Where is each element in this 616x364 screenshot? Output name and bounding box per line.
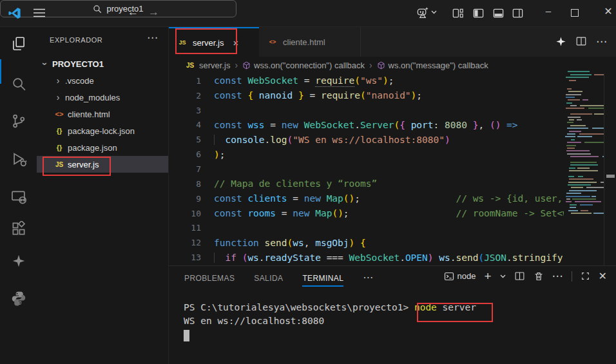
code-line[interactable]: 13 if (ws.readyState === WebSocket.OPEN)… <box>169 250 564 265</box>
more-actions-icon[interactable]: ⋯ <box>596 36 607 47</box>
code-line[interactable]: 2const { nanoid } = require("nanoid"); <box>169 88 564 103</box>
code-line[interactable]: 9const clients = new Map(); // ws -> {id… <box>169 191 564 206</box>
html-file-icon: <> <box>53 110 65 118</box>
code-text: const clients = new Map(); // ws -> {id,… <box>201 193 563 204</box>
line-number: 5 <box>169 135 201 144</box>
panel-tab-salida[interactable]: SALIDA <box>254 266 283 291</box>
activity-bar-item-copilot-chat[interactable] <box>10 252 28 270</box>
code-line[interactable]: 5 console.log("WS en ws://localhost:8080… <box>169 132 564 147</box>
window-close-button[interactable]: ✕ <box>600 5 616 17</box>
menu-icon[interactable] <box>34 8 45 17</box>
minimap-line <box>564 170 604 171</box>
code-line[interactable]: 11 <box>169 220 564 235</box>
explorer-actions-icon[interactable]: ⋯ <box>147 31 158 44</box>
search-icon <box>11 76 27 92</box>
minimap-line <box>564 156 604 157</box>
tree-root-proyecto1[interactable]: ›PROYECTO1 <box>37 55 168 72</box>
kill-terminal-icon[interactable] <box>534 271 544 282</box>
sidebar-title: EXPLORADOR <box>50 36 102 44</box>
code-text: const WebSocket = require("ws"); <box>201 75 394 86</box>
search-icon <box>93 5 102 14</box>
chevron-right-icon: › <box>53 75 63 86</box>
file-tree: ›PROYECTO1›.vscode›node_modules<>cliente… <box>37 55 168 173</box>
activity-bar-item-extensions[interactable] <box>10 220 28 238</box>
minimap-line <box>564 80 604 81</box>
code-line[interactable]: 1const WebSocket = require("ws"); <box>169 73 564 88</box>
minimap-line <box>564 168 604 169</box>
minimap-line <box>564 94 604 95</box>
file-cliente-html[interactable]: <>cliente.html <box>37 106 168 122</box>
forward-arrow-icon[interactable]: → <box>148 6 159 19</box>
terminal-output[interactable]: PS C:\tutorialesya\websockets\proyecto1>… <box>184 302 476 341</box>
tab-cliente-html[interactable]: <>cliente.html <box>259 27 361 57</box>
copilot-chat-icon <box>12 254 26 268</box>
activity-bar-item-run-debug[interactable] <box>10 150 28 168</box>
chevron-right-icon: › <box>53 92 63 102</box>
file-vscode[interactable]: ›.vscode <box>37 72 168 89</box>
breadcrumb-item-wss-on-connection-callback[interactable]: wss.on("connection") callback <box>242 61 365 70</box>
terminal-dropdown-icon[interactable] <box>500 274 506 278</box>
maximize-panel-icon[interactable] <box>581 271 590 281</box>
activity-bar-item-python[interactable] <box>10 289 28 307</box>
new-terminal-icon[interactable]: + <box>484 271 491 282</box>
code-line[interactable]: 4const wss = new WebSocket.Server({ port… <box>169 118 564 133</box>
toggle-secondary-sidebar-icon[interactable] <box>512 7 524 19</box>
file-package-json[interactable]: {}package.json <box>37 139 168 156</box>
sparkle-icon[interactable] <box>555 36 566 47</box>
breadcrumb-item-ws-on-message-callback[interactable]: ws.on("message") callback <box>377 61 488 70</box>
code-text: const rooms = new Map(); // roomName -> … <box>201 208 564 218</box>
line-number: 9 <box>169 194 201 204</box>
terminal-controls: node + ⋯ ✕ <box>444 271 607 282</box>
overview-ruler[interactable] <box>604 73 616 265</box>
copilot-button[interactable] <box>416 6 437 19</box>
tab-close-icon[interactable]: × <box>233 37 238 48</box>
breadcrumb-label: server.js <box>199 61 230 70</box>
code-editor[interactable]: 1const WebSocket = require("ws");2const … <box>169 73 564 265</box>
breadcrumb-separator-icon: › <box>235 60 238 70</box>
code-line[interactable]: 12function send(ws, msgObj) { <box>169 235 564 250</box>
toggle-panel-icon[interactable] <box>492 7 505 19</box>
minimap-line <box>564 91 604 92</box>
panel-more-actions-icon[interactable]: ⋯ <box>552 271 563 282</box>
json-file-icon: {} <box>53 127 65 135</box>
customize-layout-icon[interactable] <box>452 7 464 19</box>
code-line[interactable]: 7 <box>169 162 564 177</box>
breadcrumb-label: ws.on("message") callback <box>389 61 488 70</box>
activity-bar-item-explorer[interactable] <box>10 35 28 53</box>
code-line[interactable]: 6); <box>169 147 564 162</box>
code-line[interactable]: 10const rooms = new Map(); // roomName -… <box>169 206 564 221</box>
back-arrow-icon[interactable]: ← <box>128 6 139 19</box>
file-package-lock-json[interactable]: {}package-lock.json <box>37 122 168 139</box>
breadcrumb-item-server-js[interactable]: JSserver.js <box>184 61 230 70</box>
code-line[interactable]: 3 <box>169 103 564 118</box>
minimap[interactable] <box>564 68 604 225</box>
minimap-line <box>564 193 604 194</box>
split-terminal-icon[interactable] <box>514 271 525 282</box>
window-maximize-button[interactable] <box>571 9 579 17</box>
js-file-icon: JS <box>177 39 188 46</box>
json-file-icon: {} <box>53 144 65 151</box>
minimap-line <box>564 198 604 200</box>
split-editor-icon[interactable] <box>575 35 587 47</box>
minimap-line <box>564 136 604 137</box>
minimap-line <box>564 111 604 112</box>
terminal-line: PS C:\tutorialesya\websockets\proyecto1>… <box>184 302 476 316</box>
minimap-line <box>564 117 604 118</box>
minimap-line <box>564 133 604 135</box>
panel-tabs-more-icon[interactable]: ⋯ <box>363 265 373 290</box>
activity-bar-item-search[interactable] <box>10 75 28 93</box>
file-server-js[interactable]: JSserver.js <box>37 156 168 173</box>
close-panel-icon[interactable]: ✕ <box>599 271 607 282</box>
panel-tab-problemas[interactable]: PROBLEMAS <box>184 266 235 291</box>
activity-bar <box>0 27 37 364</box>
code-line[interactable]: 8// Mapa de clientes y “rooms” <box>169 177 564 191</box>
activity-bar-item-source-control[interactable] <box>10 112 28 130</box>
terminal-process-chip[interactable]: node <box>444 271 476 282</box>
file-label: server.js <box>68 160 99 169</box>
activity-bar-item-remote-explorer[interactable] <box>10 187 28 206</box>
panel-tab-terminal[interactable]: TERMINAL <box>302 266 343 291</box>
window-minimize-button[interactable]: – <box>540 5 557 16</box>
file-node-modules[interactable]: ›node_modules <box>37 89 168 106</box>
tab-server-js[interactable]: JSserver.js× <box>169 27 259 57</box>
toggle-primary-sidebar-icon[interactable] <box>472 7 485 19</box>
